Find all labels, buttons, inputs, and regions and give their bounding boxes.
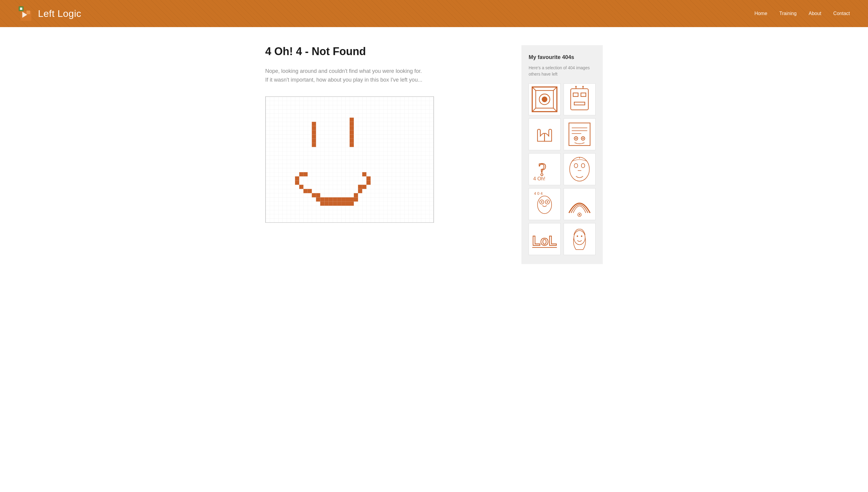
svg-rect-49 xyxy=(367,180,371,184)
thumb-lol[interactable]: LoL xyxy=(529,223,561,255)
svg-rect-43 xyxy=(341,201,345,206)
svg-rect-20 xyxy=(299,172,304,176)
svg-rect-4 xyxy=(26,10,30,14)
pixel-grid-svg xyxy=(265,97,434,222)
svg-rect-10 xyxy=(312,134,316,139)
svg-rect-50 xyxy=(367,176,371,180)
svg-rect-11 xyxy=(312,139,316,143)
svg-rect-44 xyxy=(320,201,324,206)
svg-text:4 0 4: 4 0 4 xyxy=(534,192,543,196)
main-content: 4 Oh! 4 - Not Found Nope, looking around… xyxy=(265,45,503,223)
svg-rect-30 xyxy=(324,197,329,201)
svg-point-57 xyxy=(542,97,548,102)
nav-contact[interactable]: Contact xyxy=(833,11,850,16)
thumb-document-face[interactable] xyxy=(564,118,595,150)
svg-rect-28 xyxy=(316,193,320,197)
svg-rect-24 xyxy=(299,184,304,189)
thumb-hands[interactable] xyxy=(529,118,561,150)
svg-rect-13 xyxy=(350,118,354,122)
svg-rect-46 xyxy=(350,201,354,206)
logo-icon xyxy=(18,6,34,21)
svg-rect-41 xyxy=(333,201,337,206)
sidebar-title: My favourite 404s xyxy=(529,54,595,60)
site-header: Left Logic Home Training About Contact xyxy=(0,0,868,27)
svg-point-69 xyxy=(582,86,584,88)
svg-point-78 xyxy=(576,138,577,140)
svg-rect-40 xyxy=(329,201,333,206)
svg-rect-35 xyxy=(345,197,350,201)
nav-home[interactable]: Home xyxy=(754,11,767,16)
svg-point-97 xyxy=(574,231,585,245)
svg-point-90 xyxy=(541,201,542,203)
svg-rect-9 xyxy=(312,130,316,134)
svg-point-98 xyxy=(577,236,578,237)
thumb-robot-face[interactable] xyxy=(564,83,595,115)
svg-rect-72 xyxy=(569,123,590,146)
logo-link[interactable]: Left Logic xyxy=(18,6,81,21)
sidebar: My favourite 404s Here's a selection of … xyxy=(521,45,603,264)
svg-rect-37 xyxy=(354,193,358,197)
thumb-portal-cube[interactable] xyxy=(529,83,561,115)
svg-rect-52 xyxy=(316,197,320,201)
page-title: 4 Oh! 4 - Not Found xyxy=(265,45,503,58)
svg-text:LoL: LoL xyxy=(532,233,557,248)
thumb-girl-portrait[interactable] xyxy=(564,223,595,255)
pixel-canvas[interactable] xyxy=(265,96,434,223)
svg-rect-27 xyxy=(312,193,316,197)
svg-rect-14 xyxy=(350,122,354,126)
svg-rect-23 xyxy=(295,180,299,184)
svg-point-83 xyxy=(574,164,578,168)
svg-rect-36 xyxy=(350,197,354,201)
thumb-face-detail[interactable] xyxy=(564,153,595,185)
svg-rect-17 xyxy=(350,134,354,139)
svg-rect-51 xyxy=(362,172,367,176)
svg-rect-34 xyxy=(341,197,345,201)
svg-rect-47 xyxy=(362,184,367,189)
svg-point-99 xyxy=(581,236,583,237)
svg-rect-19 xyxy=(350,143,354,147)
svg-rect-12 xyxy=(312,143,316,147)
thumb-question-mark[interactable]: ? 4 Oh! xyxy=(529,153,561,185)
svg-point-84 xyxy=(581,164,585,168)
svg-rect-63 xyxy=(573,93,578,97)
svg-rect-42 xyxy=(337,201,341,206)
svg-rect-22 xyxy=(295,176,299,180)
svg-text:4 Oh!: 4 Oh! xyxy=(534,176,545,181)
svg-rect-53 xyxy=(354,197,358,201)
sidebar-description: Here's a selection of 404 images others … xyxy=(529,65,595,77)
svg-point-68 xyxy=(576,86,577,88)
page-wrapper: 4 Oh! 4 - Not Found Nope, looking around… xyxy=(253,27,615,282)
svg-rect-39 xyxy=(324,201,329,206)
svg-rect-29 xyxy=(320,197,324,201)
image-grid: ? 4 Oh! xyxy=(529,83,595,255)
thumb-rainbow-girl[interactable] xyxy=(564,188,595,220)
svg-rect-45 xyxy=(345,201,350,206)
svg-rect-21 xyxy=(304,172,308,176)
svg-rect-18 xyxy=(350,139,354,143)
svg-rect-15 xyxy=(350,126,354,130)
svg-point-79 xyxy=(582,138,584,140)
svg-rect-33 xyxy=(337,197,341,201)
svg-rect-62 xyxy=(571,89,588,110)
nav-about[interactable]: About xyxy=(808,11,821,16)
page-description: Nope, looking around and couldn't find w… xyxy=(265,67,503,84)
svg-point-87 xyxy=(538,196,552,214)
nav-training[interactable]: Training xyxy=(779,11,797,16)
svg-rect-64 xyxy=(581,93,586,97)
svg-point-94 xyxy=(579,214,581,216)
svg-rect-2 xyxy=(20,7,22,10)
main-nav: Home Training About Contact xyxy=(754,11,850,16)
svg-point-91 xyxy=(547,201,548,203)
svg-rect-32 xyxy=(333,197,337,201)
svg-rect-16 xyxy=(350,130,354,134)
svg-rect-7 xyxy=(312,122,316,126)
svg-rect-25 xyxy=(304,189,308,193)
svg-rect-38 xyxy=(358,189,362,193)
svg-rect-65 xyxy=(574,102,585,105)
svg-rect-48 xyxy=(358,184,362,189)
thumb-owl-404[interactable]: 4 0 4 xyxy=(529,188,561,220)
svg-rect-31 xyxy=(329,197,333,201)
logo-text: Left Logic xyxy=(38,8,81,19)
svg-rect-26 xyxy=(308,189,312,193)
svg-rect-8 xyxy=(312,126,316,130)
